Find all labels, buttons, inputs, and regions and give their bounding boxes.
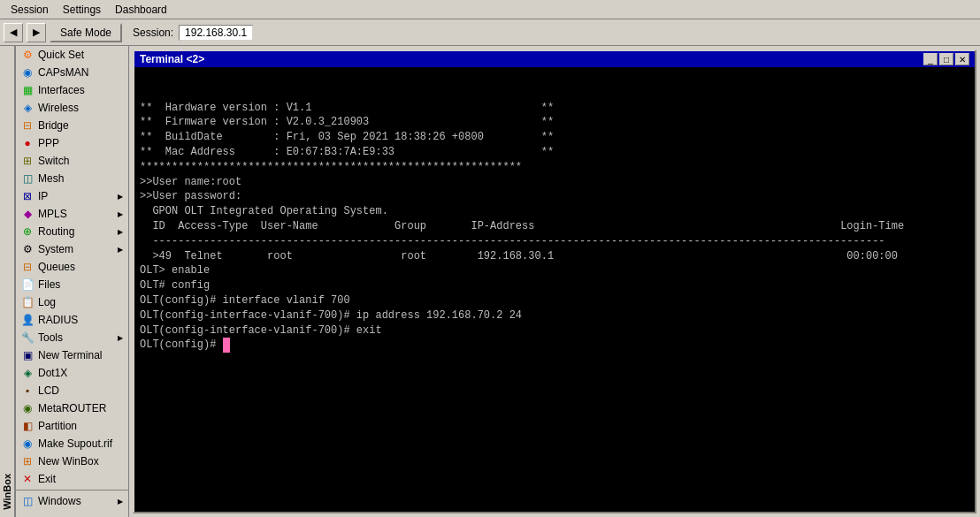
sidebar-item-label-routing: Routing	[38, 225, 74, 238]
back-button[interactable]: ◀	[4, 23, 23, 42]
metarouter-icon: ◉	[21, 402, 34, 414]
terminal-window: Terminal <2> _ □ ✕ ** Hardware version :…	[133, 49, 976, 513]
terminal-line: ID Access-Type User-Name Group IP-Addres…	[140, 219, 969, 234]
partition-icon: ◧	[21, 420, 34, 432]
sidebar-item-radius[interactable]: 👤RADIUS	[16, 311, 128, 329]
new-terminal-icon: ▣	[21, 349, 34, 361]
sidebar-item-metarouter[interactable]: ◉MetaROUTER	[16, 399, 128, 417]
sidebar-item-label-mpls: MPLS	[38, 208, 67, 220]
terminal-line: >>User name:root	[140, 175, 969, 190]
terminal-line: GPON OLT Integrated Operating System.	[140, 204, 969, 219]
mpls-icon: ◆	[21, 208, 34, 220]
terminal-title: Terminal <2>	[140, 53, 923, 65]
make-supout-icon: ◉	[21, 437, 34, 450]
sidebar: ⚙Quick Set◉CAPsMAN▦Interfaces◈Wireless⊟B…	[16, 46, 129, 517]
sidebar-item-system[interactable]: ⚙System	[16, 240, 128, 258]
terminal-body[interactable]: ** Hardware version : V1.1 **** Firmware…	[134, 67, 975, 512]
sidebar-item-log[interactable]: 📋Log	[16, 293, 128, 311]
sidebar-item-label-partition: Partition	[38, 420, 77, 432]
terminal-line: >49 Telnet root root 192.168.30.1 00:00:…	[140, 249, 969, 264]
main-layout: WinBox ⚙Quick Set◉CAPsMAN▦Interfaces◈Wir…	[0, 46, 980, 517]
terminal-minimize-button[interactable]: _	[923, 53, 938, 65]
terminal-line-last: OLT(config)#	[140, 338, 969, 353]
terminal-restore-button[interactable]: □	[939, 53, 953, 65]
sidebar-item-bridge[interactable]: ⊟Bridge	[16, 117, 128, 134]
terminal-close-button[interactable]: ✕	[955, 53, 969, 65]
sidebar-item-queues[interactable]: ⊟Queues	[16, 258, 128, 276]
sidebar-item-tools[interactable]: 🔧Tools	[16, 329, 128, 346]
lcd-icon: ▪	[21, 384, 34, 397]
sidebar-item-label-queues: Queues	[38, 261, 75, 273]
interfaces-icon: ▦	[21, 84, 34, 96]
sidebar-item-label-windows: Windows	[38, 495, 81, 507]
winbox-vertical-label: WinBox	[2, 474, 12, 510]
ip-icon: ⊠	[21, 190, 34, 202]
sidebar-item-capsman[interactable]: ◉CAPsMAN	[16, 64, 128, 81]
sidebar-item-label-system: System	[38, 243, 73, 255]
capsman-icon: ◉	[21, 66, 34, 79]
menu-session[interactable]: Session	[4, 2, 56, 18]
tools-icon: 🔧	[21, 331, 34, 344]
sidebar-item-wireless[interactable]: ◈Wireless	[16, 99, 128, 117]
sidebar-item-new-winbox[interactable]: ⊞New WinBox	[16, 452, 128, 470]
switch-icon: ⊞	[21, 155, 34, 167]
terminal-line: ** Firmware version : V2.0.3_210903 **	[140, 115, 969, 130]
menu-dashboard[interactable]: Dashboard	[108, 2, 174, 18]
sidebar-item-exit[interactable]: ✕Exit	[16, 470, 128, 488]
log-icon: 📋	[21, 296, 34, 308]
terminal-line: OLT(config)# interface vlanif 700	[140, 293, 969, 308]
sidebar-item-windows[interactable]: ◫Windows	[16, 492, 128, 510]
exit-icon: ✕	[21, 473, 34, 485]
sidebar-item-mpls[interactable]: ◆MPLS	[16, 205, 128, 223]
sidebar-item-label-ppp: PPP	[38, 137, 59, 149]
session-value: 192.168.30.1	[179, 25, 253, 41]
sidebar-item-routing[interactable]: ⊕Routing	[16, 223, 128, 240]
sidebar-item-label-make-supout: Make Supout.rif	[38, 437, 112, 450]
sidebar-item-make-supout[interactable]: ◉Make Supout.rif	[16, 435, 128, 452]
dot1x-icon: ◈	[21, 367, 34, 379]
sidebar-item-lcd[interactable]: ▪LCD	[16, 382, 128, 399]
sidebar-item-label-interfaces: Interfaces	[38, 84, 85, 96]
sidebar-item-files[interactable]: 📄Files	[16, 276, 128, 293]
sidebar-item-label-ip: IP	[38, 190, 48, 202]
terminal-line: OLT(config-interface-vlanif-700)# exit	[140, 323, 969, 338]
safe-mode-button[interactable]: Safe Mode	[50, 23, 122, 42]
terminal-line: ****************************************…	[140, 160, 969, 175]
sidebar-item-ip[interactable]: ⊠IP	[16, 187, 128, 205]
sidebar-item-label-metarouter: MetaROUTER	[38, 402, 106, 414]
menu-bar: Session Settings Dashboard	[0, 0, 980, 19]
sidebar-item-label-capsman: CAPsMAN	[38, 66, 88, 79]
terminal-titlebar: Terminal <2> _ □ ✕	[134, 51, 975, 67]
session-label: Session:	[133, 27, 173, 39]
forward-button[interactable]: ▶	[27, 23, 46, 42]
sidebar-item-label-dot1x: Dot1X	[38, 367, 67, 379]
sidebar-item-partition[interactable]: ◧Partition	[16, 417, 128, 435]
sidebar-item-new-terminal[interactable]: ▣New Terminal	[16, 346, 128, 364]
sidebar-item-ppp[interactable]: ●PPP	[16, 134, 128, 152]
sidebar-item-label-wireless: Wireless	[38, 102, 79, 114]
sidebar-item-label-new-terminal: New Terminal	[38, 349, 102, 361]
sidebar-item-quick-set[interactable]: ⚙Quick Set	[16, 46, 128, 64]
terminal-line: OLT(config)#	[140, 338, 223, 351]
sidebar-item-dot1x[interactable]: ◈Dot1X	[16, 364, 128, 382]
routing-icon: ⊕	[21, 225, 34, 238]
terminal-line: ** BuildDate : Fri, 03 Sep 2021 18:38:26…	[140, 130, 969, 145]
radius-icon: 👤	[21, 314, 34, 326]
terminal-cursor	[223, 338, 230, 353]
menu-settings[interactable]: Settings	[56, 2, 108, 18]
sidebar-item-mesh[interactable]: ◫Mesh	[16, 170, 128, 187]
terminal-line: >>User password:	[140, 189, 969, 204]
sidebar-item-label-new-winbox: New WinBox	[38, 455, 99, 468]
sidebar-item-label-quick-set: Quick Set	[38, 49, 84, 61]
terminal-line: ** Hardware version : V1.1 **	[140, 101, 969, 116]
sidebar-item-label-mesh: Mesh	[38, 172, 64, 185]
terminal-line: ----------------------------------------…	[140, 234, 969, 249]
sidebar-item-label-radius: RADIUS	[38, 314, 78, 326]
sidebar-item-interfaces[interactable]: ▦Interfaces	[16, 81, 128, 99]
bridge-icon: ⊟	[21, 119, 34, 132]
terminal-line: OLT> enable	[140, 263, 969, 278]
sidebar-item-switch[interactable]: ⊞Switch	[16, 152, 128, 170]
new-winbox-icon: ⊞	[21, 455, 34, 468]
system-icon: ⚙	[21, 243, 34, 255]
quick-set-icon: ⚙	[21, 49, 34, 61]
